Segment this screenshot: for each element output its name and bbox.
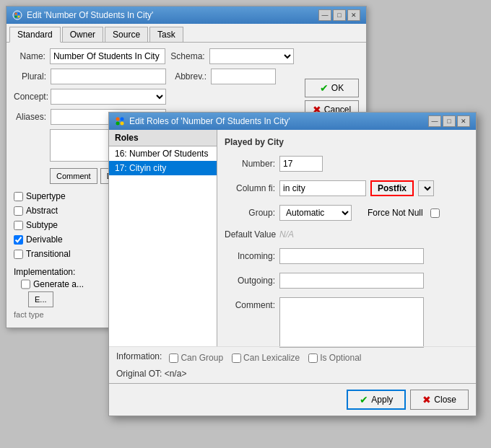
apply-label: Apply bbox=[371, 395, 393, 405]
subtype-label: Subtype bbox=[26, 220, 58, 230]
modal-top: Roles 16: Number Of Students 17: Cityin … bbox=[109, 130, 476, 346]
modal-minimize-button[interactable]: — bbox=[428, 115, 441, 127]
is-optional-label: Is Optional bbox=[320, 353, 361, 363]
number-label: Number: bbox=[225, 159, 275, 169]
roles-modal-titlebar: Edit Roles of 'Number Of Students In Cit… bbox=[109, 113, 476, 130]
abstract-label: Abstract bbox=[26, 206, 58, 216]
window-icon bbox=[12, 10, 22, 20]
maximize-button[interactable]: □ bbox=[333, 9, 346, 21]
abstract-checkbox[interactable] bbox=[14, 206, 23, 216]
svg-point-12 bbox=[121, 122, 124, 126]
abbrev-input[interactable] bbox=[211, 69, 276, 84]
generate-label: Generate a... bbox=[33, 279, 84, 289]
ok-check-icon: ✔ bbox=[320, 82, 329, 94]
svg-point-10 bbox=[121, 118, 124, 121]
tab-standard[interactable]: Standard bbox=[9, 27, 61, 43]
implementation-label: Implementation: bbox=[14, 267, 75, 277]
roles-list-item-17[interactable]: 17: Cityin city bbox=[109, 161, 217, 175]
can-lexicalize-checkbox[interactable] bbox=[232, 353, 241, 363]
supertype-label: Supertype bbox=[26, 191, 66, 201]
roles-modal-title: Edit Roles of 'Number Of Students In Cit… bbox=[129, 116, 290, 126]
tabs-bar: Standard Owner Source Task bbox=[6, 24, 366, 43]
plural-input[interactable] bbox=[51, 69, 166, 84]
close-button[interactable]: ✕ bbox=[347, 9, 360, 21]
postfix-button[interactable]: Postfix bbox=[370, 180, 414, 196]
group-label: Group: bbox=[225, 208, 275, 218]
incoming-label: Incoming: bbox=[225, 251, 275, 261]
outgoing-label: Outgoing: bbox=[225, 276, 275, 286]
can-lexicalize-item: Can Lexicalize bbox=[232, 353, 300, 363]
main-window-title: Edit 'Number Of Students In City' bbox=[27, 10, 153, 20]
group-row: Group: Automatic Force Not Null bbox=[225, 205, 469, 221]
played-by-header: Played by City bbox=[225, 137, 469, 147]
derivable-label: Derivable bbox=[26, 234, 63, 245]
number-row: Number: bbox=[225, 156, 469, 172]
info-checkboxes: Can Group Can Lexicalize Is Optional bbox=[169, 353, 361, 363]
roles-list[interactable]: 16: Number Of Students 17: Cityin city bbox=[109, 146, 217, 346]
svg-point-3 bbox=[15, 16, 17, 18]
comment-textarea[interactable] bbox=[279, 297, 424, 348]
apply-check-icon: ✔ bbox=[360, 394, 368, 405]
default-value-na: N/A bbox=[279, 229, 294, 240]
roles-list-item-16[interactable]: 16: Number Of Students bbox=[109, 146, 217, 161]
abbrev-label: Abbrev.: bbox=[170, 71, 207, 82]
incoming-input[interactable] bbox=[279, 248, 424, 264]
information-label: Information: bbox=[116, 351, 162, 361]
information-section: Information: Can Group Can Lexicalize Is… bbox=[109, 346, 476, 383]
svg-point-9 bbox=[116, 118, 120, 121]
outgoing-row: Outgoing: bbox=[225, 273, 469, 289]
modal-close-button[interactable]: ✕ bbox=[457, 115, 470, 127]
default-value-label: Default Value bbox=[225, 229, 275, 240]
incoming-row: Incoming: bbox=[225, 248, 469, 264]
ok-button[interactable]: ✔ OK bbox=[305, 79, 359, 97]
default-value-row: Default Value N/A bbox=[225, 229, 469, 240]
column-fi-input[interactable] bbox=[279, 180, 366, 196]
can-group-checkbox[interactable] bbox=[169, 353, 178, 363]
is-optional-checkbox[interactable] bbox=[308, 353, 318, 363]
name-label: Name: bbox=[14, 51, 45, 61]
transitional-checkbox[interactable] bbox=[14, 250, 23, 259]
comment-row: Comment: bbox=[225, 297, 469, 348]
group-combo[interactable]: Automatic bbox=[279, 205, 352, 221]
is-optional-item: Is Optional bbox=[308, 353, 361, 363]
plural-label: Plural: bbox=[14, 71, 46, 82]
comment-button[interactable]: Comment bbox=[50, 168, 97, 184]
svg-point-0 bbox=[13, 11, 22, 19]
original-ot: Original OT: <n/a> bbox=[116, 369, 469, 379]
column-fi-row: Column fi: Postfix bbox=[225, 180, 469, 196]
svg-point-11 bbox=[116, 122, 120, 126]
modal-body: Roles 16: Number Of Students 17: Cityin … bbox=[109, 130, 476, 416]
minimize-button[interactable]: — bbox=[318, 9, 331, 21]
svg-point-1 bbox=[15, 13, 17, 15]
close-modal-button[interactable]: ✖ Close bbox=[410, 390, 469, 410]
close-label: Close bbox=[434, 395, 456, 405]
modal-bottom-buttons: ✔ Apply ✖ Close bbox=[109, 383, 476, 416]
modal-maximize-button[interactable]: □ bbox=[443, 115, 456, 127]
concept-combo[interactable] bbox=[51, 89, 166, 105]
apply-button[interactable]: ✔ Apply bbox=[347, 390, 406, 410]
subtype-checkbox[interactable] bbox=[14, 221, 23, 230]
supertype-checkbox[interactable] bbox=[14, 192, 23, 201]
roles-modal-icon bbox=[115, 116, 125, 126]
name-input[interactable] bbox=[50, 48, 165, 64]
derivable-checkbox[interactable] bbox=[14, 235, 23, 245]
generate-checkbox[interactable] bbox=[21, 279, 30, 289]
main-window-titlebar: Edit 'Number Of Students In City' — □ ✕ bbox=[6, 6, 366, 24]
tab-owner[interactable]: Owner bbox=[62, 27, 103, 42]
aliases-label: Aliases: bbox=[14, 112, 46, 122]
tab-source[interactable]: Source bbox=[105, 27, 148, 42]
close-x-icon: ✖ bbox=[422, 394, 431, 405]
schema-combo[interactable] bbox=[209, 48, 294, 64]
number-input[interactable] bbox=[279, 156, 323, 172]
edit-button[interactable]: E... bbox=[28, 291, 53, 307]
transitional-label: Transitional bbox=[26, 249, 71, 259]
can-lexicalize-label: Can Lexicalize bbox=[243, 353, 300, 363]
can-group-item: Can Group bbox=[169, 353, 223, 363]
postfix-combo[interactable] bbox=[418, 180, 434, 196]
can-group-label: Can Group bbox=[181, 353, 223, 363]
outgoing-input[interactable] bbox=[279, 273, 424, 289]
force-not-null-checkbox[interactable] bbox=[430, 208, 440, 218]
comment-label: Comment: bbox=[225, 297, 275, 310]
tab-task[interactable]: Task bbox=[149, 27, 183, 42]
column-fi-label: Column fi: bbox=[225, 183, 275, 193]
